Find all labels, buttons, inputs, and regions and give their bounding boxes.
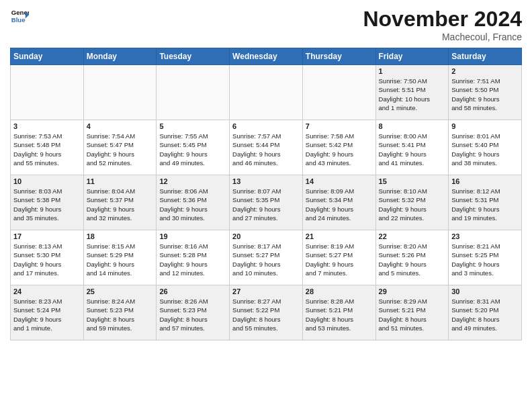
- day-number: 25: [87, 287, 154, 295]
- day-number: 6: [232, 122, 300, 130]
- day-number: 26: [159, 287, 226, 295]
- day-number: 21: [306, 232, 373, 240]
- weekday-header: Tuesday: [157, 48, 230, 65]
- title-block: November 2024 Machecoul, France: [363, 7, 522, 42]
- day-info: Sunrise: 8:06 AM Sunset: 5:36 PM Dayligh…: [159, 187, 226, 222]
- day-number: 11: [87, 177, 154, 185]
- weekday-header: Sunday: [11, 48, 84, 65]
- day-info: Sunrise: 7:58 AM Sunset: 5:42 PM Dayligh…: [306, 132, 373, 167]
- calendar-cell: 24Sunrise: 8:23 AM Sunset: 5:24 PM Dayli…: [11, 285, 84, 340]
- day-number: 30: [451, 287, 519, 295]
- day-info: Sunrise: 8:27 AM Sunset: 5:22 PM Dayligh…: [232, 297, 300, 332]
- day-number: 15: [379, 177, 446, 185]
- day-info: Sunrise: 8:13 AM Sunset: 5:30 PM Dayligh…: [13, 242, 81, 277]
- day-info: Sunrise: 8:15 AM Sunset: 5:29 PM Dayligh…: [87, 242, 154, 277]
- weekday-header: Friday: [375, 48, 449, 65]
- calendar-cell: 28Sunrise: 8:28 AM Sunset: 5:21 PM Dayli…: [302, 285, 375, 340]
- logo: General Blue: [10, 7, 32, 26]
- day-number: 14: [306, 177, 373, 185]
- day-info: Sunrise: 8:01 AM Sunset: 5:40 PM Dayligh…: [451, 132, 519, 167]
- day-info: Sunrise: 8:20 AM Sunset: 5:26 PM Dayligh…: [379, 242, 446, 277]
- day-info: Sunrise: 8:07 AM Sunset: 5:35 PM Dayligh…: [232, 187, 300, 222]
- calendar-cell: 13Sunrise: 8:07 AM Sunset: 5:35 PM Dayli…: [230, 175, 303, 230]
- day-info: Sunrise: 8:19 AM Sunset: 5:27 PM Dayligh…: [306, 242, 373, 277]
- calendar-cell: 18Sunrise: 8:15 AM Sunset: 5:29 PM Dayli…: [83, 230, 157, 285]
- weekday-header: Thursday: [302, 48, 375, 65]
- day-number: 18: [87, 232, 154, 240]
- location: Machecoul, France: [363, 32, 522, 42]
- calendar-cell: 17Sunrise: 8:13 AM Sunset: 5:30 PM Dayli…: [11, 230, 84, 285]
- day-info: Sunrise: 8:16 AM Sunset: 5:28 PM Dayligh…: [159, 242, 226, 277]
- day-info: Sunrise: 7:54 AM Sunset: 5:47 PM Dayligh…: [87, 132, 154, 167]
- calendar-cell: 19Sunrise: 8:16 AM Sunset: 5:28 PM Dayli…: [157, 230, 230, 285]
- day-number: 5: [159, 122, 226, 130]
- weekday-header: Saturday: [449, 48, 522, 65]
- header: General Blue November 2024 Machecoul, Fr…: [10, 7, 522, 42]
- day-info: Sunrise: 8:04 AM Sunset: 5:37 PM Dayligh…: [87, 187, 154, 222]
- calendar-cell: 4Sunrise: 7:54 AM Sunset: 5:47 PM Daylig…: [83, 120, 157, 175]
- calendar-week-row: 24Sunrise: 8:23 AM Sunset: 5:24 PM Dayli…: [11, 285, 522, 340]
- day-info: Sunrise: 8:00 AM Sunset: 5:41 PM Dayligh…: [379, 132, 446, 167]
- calendar-cell: 14Sunrise: 8:09 AM Sunset: 5:34 PM Dayli…: [302, 175, 375, 230]
- day-info: Sunrise: 8:03 AM Sunset: 5:38 PM Dayligh…: [13, 187, 81, 222]
- day-info: Sunrise: 8:17 AM Sunset: 5:27 PM Dayligh…: [232, 242, 300, 277]
- day-number: 4: [87, 122, 154, 130]
- day-info: Sunrise: 8:26 AM Sunset: 5:23 PM Dayligh…: [159, 297, 226, 332]
- day-number: 1: [379, 67, 446, 75]
- day-info: Sunrise: 7:57 AM Sunset: 5:44 PM Dayligh…: [232, 132, 300, 167]
- calendar-cell: 20Sunrise: 8:17 AM Sunset: 5:27 PM Dayli…: [230, 230, 303, 285]
- day-number: 12: [159, 177, 226, 185]
- day-number: 29: [379, 287, 446, 295]
- calendar-cell: [302, 65, 375, 120]
- day-number: 28: [306, 287, 373, 295]
- calendar-cell: 8Sunrise: 8:00 AM Sunset: 5:41 PM Daylig…: [375, 120, 449, 175]
- weekday-header: Wednesday: [230, 48, 303, 65]
- weekday-header-row: SundayMondayTuesdayWednesdayThursdayFrid…: [11, 48, 522, 65]
- weekday-header: Monday: [83, 48, 157, 65]
- day-info: Sunrise: 8:24 AM Sunset: 5:23 PM Dayligh…: [87, 297, 154, 332]
- calendar-week-row: 10Sunrise: 8:03 AM Sunset: 5:38 PM Dayli…: [11, 175, 522, 230]
- calendar-cell: 12Sunrise: 8:06 AM Sunset: 5:36 PM Dayli…: [157, 175, 230, 230]
- calendar-cell: [157, 65, 230, 120]
- day-info: Sunrise: 7:50 AM Sunset: 5:51 PM Dayligh…: [379, 77, 446, 112]
- calendar-cell: 6Sunrise: 7:57 AM Sunset: 5:44 PM Daylig…: [230, 120, 303, 175]
- calendar-cell: 9Sunrise: 8:01 AM Sunset: 5:40 PM Daylig…: [449, 120, 522, 175]
- calendar-cell: 16Sunrise: 8:12 AM Sunset: 5:31 PM Dayli…: [449, 175, 522, 230]
- day-info: Sunrise: 8:31 AM Sunset: 5:20 PM Dayligh…: [451, 297, 519, 332]
- svg-text:Blue: Blue: [11, 16, 26, 24]
- day-number: 22: [379, 232, 446, 240]
- calendar-cell: [83, 65, 157, 120]
- calendar-cell: 29Sunrise: 8:29 AM Sunset: 5:21 PM Dayli…: [375, 285, 449, 340]
- day-number: 3: [13, 122, 81, 130]
- logo-icon: General Blue: [10, 7, 29, 26]
- day-number: 23: [451, 232, 519, 240]
- calendar-table: SundayMondayTuesdayWednesdayThursdayFrid…: [10, 48, 522, 340]
- calendar-cell: 2Sunrise: 7:51 AM Sunset: 5:50 PM Daylig…: [449, 65, 522, 120]
- calendar-cell: 21Sunrise: 8:19 AM Sunset: 5:27 PM Dayli…: [302, 230, 375, 285]
- day-info: Sunrise: 8:09 AM Sunset: 5:34 PM Dayligh…: [306, 187, 373, 222]
- day-number: 20: [232, 232, 300, 240]
- calendar-cell: 23Sunrise: 8:21 AM Sunset: 5:25 PM Dayli…: [449, 230, 522, 285]
- day-number: 7: [306, 122, 373, 130]
- day-info: Sunrise: 8:12 AM Sunset: 5:31 PM Dayligh…: [451, 187, 519, 222]
- calendar-cell: 15Sunrise: 8:10 AM Sunset: 5:32 PM Dayli…: [375, 175, 449, 230]
- calendar-cell: 26Sunrise: 8:26 AM Sunset: 5:23 PM Dayli…: [157, 285, 230, 340]
- calendar-cell: 11Sunrise: 8:04 AM Sunset: 5:37 PM Dayli…: [83, 175, 157, 230]
- day-info: Sunrise: 7:55 AM Sunset: 5:45 PM Dayligh…: [159, 132, 226, 167]
- day-number: 17: [13, 232, 81, 240]
- day-number: 13: [232, 177, 300, 185]
- calendar-cell: 25Sunrise: 8:24 AM Sunset: 5:23 PM Dayli…: [83, 285, 157, 340]
- day-number: 24: [13, 287, 81, 295]
- calendar-cell: 5Sunrise: 7:55 AM Sunset: 5:45 PM Daylig…: [157, 120, 230, 175]
- calendar-week-row: 17Sunrise: 8:13 AM Sunset: 5:30 PM Dayli…: [11, 230, 522, 285]
- day-number: 27: [232, 287, 300, 295]
- month-title: November 2024: [363, 7, 522, 32]
- day-info: Sunrise: 8:21 AM Sunset: 5:25 PM Dayligh…: [451, 242, 519, 277]
- day-info: Sunrise: 8:28 AM Sunset: 5:21 PM Dayligh…: [306, 297, 373, 332]
- calendar-week-row: 3Sunrise: 7:53 AM Sunset: 5:48 PM Daylig…: [11, 120, 522, 175]
- day-info: Sunrise: 8:23 AM Sunset: 5:24 PM Dayligh…: [13, 297, 81, 332]
- day-info: Sunrise: 8:29 AM Sunset: 5:21 PM Dayligh…: [379, 297, 446, 332]
- day-number: 10: [13, 177, 81, 185]
- calendar-cell: 3Sunrise: 7:53 AM Sunset: 5:48 PM Daylig…: [11, 120, 84, 175]
- calendar-cell: 7Sunrise: 7:58 AM Sunset: 5:42 PM Daylig…: [302, 120, 375, 175]
